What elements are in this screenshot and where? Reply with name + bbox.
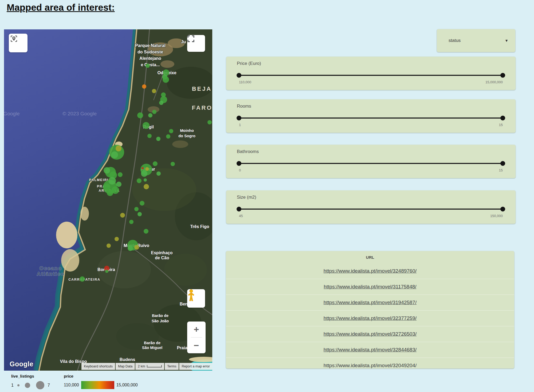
slider-handle-max[interactable] [500, 161, 505, 166]
page-title: Mapped area of interest: [7, 2, 115, 13]
bathrooms-slider-card: Bathrooms 0 15 [226, 145, 516, 178]
listing-dot[interactable] [152, 110, 156, 114]
slider-min-value: 1 [239, 123, 241, 127]
listing-dot[interactable] [171, 162, 175, 166]
rooms-slider[interactable] [239, 117, 503, 119]
scale-ruler [147, 365, 162, 367]
table-row: https://www.idealista.pt/imovel/32377259… [226, 310, 514, 326]
listing-dot[interactable] [166, 134, 170, 139]
listing-dot[interactable] [103, 183, 110, 190]
listing-dot[interactable] [146, 64, 150, 68]
listing-dot[interactable] [108, 177, 116, 185]
size-slider[interactable] [239, 209, 503, 210]
listing-dot[interactable] [153, 161, 158, 166]
slider-handle-max[interactable] [500, 73, 505, 78]
listing-dot[interactable] [143, 122, 150, 129]
url-link[interactable]: https://www.idealista.pt/imovel/32049204… [324, 363, 417, 369]
table-row: https://www.idealista.pt/imovel/32844683… [226, 342, 514, 358]
zoom-out-button[interactable]: − [187, 338, 206, 353]
listing-dot[interactable] [144, 229, 148, 234]
listing-dot[interactable] [163, 76, 169, 83]
slider-min-value: 45 [239, 214, 243, 218]
listing-dot[interactable] [138, 212, 142, 216]
table-row: https://www.idealista.pt/imovel/31942587… [226, 295, 514, 310]
listing-dot[interactable] [118, 172, 123, 177]
fullscreen-button[interactable] [187, 35, 205, 52]
slider-handle-max[interactable] [500, 207, 505, 211]
bathrooms-slider[interactable] [239, 163, 503, 164]
listing-dot[interactable] [144, 184, 149, 189]
slider-handle-max[interactable] [500, 116, 505, 120]
url-table-body: https://www.idealista.pt/imovel/32489760… [226, 263, 514, 369]
url-link[interactable]: https://www.idealista.pt/imovel/32377259… [324, 315, 417, 321]
listing-dot[interactable] [142, 167, 144, 169]
price-legend-max: 15,000,000 [116, 383, 138, 387]
listing-dot[interactable] [147, 134, 152, 138]
url-table-header: URL [226, 251, 514, 263]
url-link[interactable]: https://www.idealista.pt/imovel/32726503… [324, 331, 417, 337]
listing-dot[interactable] [134, 245, 139, 250]
dashboard: Mapped area of interest: [0, 0, 534, 392]
listing-dot[interactable] [115, 237, 119, 241]
price-slider[interactable] [239, 75, 503, 76]
map-canvas[interactable]: Parque Naturaldo SudoesteAlentejanoe Cos… [4, 29, 212, 371]
price-legend-title: price [64, 374, 138, 378]
url-link[interactable]: https://www.idealista.pt/imovel/31175848… [324, 284, 416, 290]
price-gradient-bar [81, 381, 114, 389]
price-slider-card: Price (Euro) 110,000 15,000,000 [226, 57, 516, 90]
listing-dot[interactable] [159, 101, 163, 105]
listing-dot[interactable] [141, 170, 147, 177]
listing-dot[interactable] [104, 167, 110, 174]
listing-dot[interactable] [116, 146, 121, 151]
listing-dot[interactable] [137, 178, 142, 183]
listing-dot[interactable] [120, 213, 125, 218]
map-place-label: Alentejano [139, 56, 161, 61]
listing-dot[interactable] [128, 246, 133, 251]
listing-dot[interactable] [145, 167, 149, 171]
listing-dot[interactable] [134, 207, 139, 211]
listing-dot[interactable] [116, 182, 121, 187]
slider-handle-min[interactable] [237, 161, 241, 166]
listing-dot[interactable] [111, 151, 118, 158]
terms-link[interactable]: Terms [165, 363, 179, 370]
map-place-label: PALMEIRI [89, 178, 108, 182]
listing-dot[interactable] [80, 276, 85, 282]
map-place-label: Oceano [40, 265, 62, 271]
slider-label: Rooms [237, 104, 251, 109]
zoom-in-button[interactable]: + [187, 322, 206, 337]
listing-dot[interactable] [156, 137, 160, 141]
slider-handle-min[interactable] [237, 207, 241, 211]
listing-dot[interactable] [105, 270, 108, 273]
slider-min-value: 110,000 [239, 80, 251, 84]
listing-dot[interactable] [207, 120, 212, 124]
slider-handle-min[interactable] [237, 73, 241, 78]
map-place-label: Três Figo [190, 224, 209, 229]
size-legend-max: 7 [48, 383, 50, 388]
size-legend-title: live_listings [11, 374, 50, 378]
google-logo: Google [10, 360, 33, 368]
listing-dot[interactable] [140, 201, 144, 206]
listing-dot[interactable] [107, 244, 111, 248]
map-place-label: BEJA [192, 85, 212, 92]
listing-dot[interactable] [169, 129, 173, 133]
slider-handle-min[interactable] [237, 116, 241, 120]
status-dropdown-label: status [449, 38, 461, 43]
status-dropdown[interactable]: status ▼ [437, 29, 515, 52]
listing-dot[interactable] [152, 89, 156, 93]
url-link[interactable]: https://www.idealista.pt/imovel/31942587… [324, 300, 417, 305]
report-map-error-link[interactable]: Report a map error [179, 363, 212, 370]
listing-dot[interactable] [129, 220, 134, 224]
url-link[interactable]: https://www.idealista.pt/imovel/32489760… [324, 268, 417, 274]
listing-dot[interactable] [148, 113, 152, 117]
listing-dot[interactable] [107, 190, 113, 196]
keyboard-shortcuts-link[interactable]: Keyboard shortcuts [81, 363, 115, 370]
url-link[interactable]: https://www.idealista.pt/imovel/32844683… [324, 347, 417, 353]
draw-selection-button[interactable] [9, 34, 28, 52]
table-row: https://www.idealista.pt/imovel/32489760… [226, 263, 514, 279]
slider-min-value: 0 [239, 168, 241, 172]
listing-dot[interactable] [144, 178, 147, 182]
listing-dot[interactable] [156, 171, 161, 176]
listing-dot[interactable] [137, 112, 143, 118]
listing-dot[interactable] [142, 84, 146, 89]
pegman-button[interactable] [187, 289, 205, 308]
